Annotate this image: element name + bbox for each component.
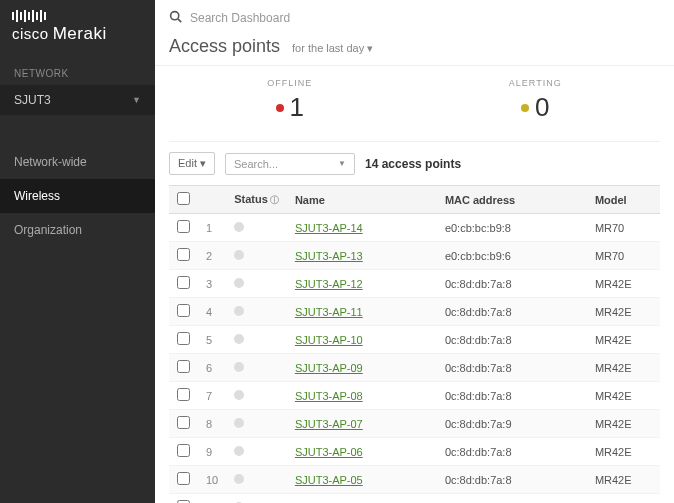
edit-button[interactable]: Edit ▾ <box>169 152 215 175</box>
status-dot-icon <box>234 222 244 232</box>
col-status[interactable]: Status <box>234 193 268 205</box>
ap-model: MR42E <box>587 382 660 410</box>
ap-count-label: 14 access points <box>365 157 461 171</box>
row-number: 5 <box>198 326 226 354</box>
offline-dot-icon <box>276 104 284 112</box>
sidebar: ciscoMeraki NETWORK SJUT3 ▼ Network-wide… <box>0 0 155 503</box>
summary-alerting-value: 0 <box>535 92 549 123</box>
ap-name-link[interactable]: SJUT3-AP-12 <box>295 278 363 290</box>
table-row: 10SJUT3-AP-050c:8d:db:7a:8MR42E <box>169 466 660 494</box>
ap-mac: 0c:8d:db:7a:8 <box>437 270 587 298</box>
table-row: 11SJUT3-AP-040c:8d:db:7a:8MR42E <box>169 494 660 504</box>
ap-mac: e0:cb:bc:b9:6 <box>437 242 587 270</box>
table-row: 7SJUT3-AP-080c:8d:db:7a:8MR42E <box>169 382 660 410</box>
table-row: 6SJUT3-AP-090c:8d:db:7a:8MR42E <box>169 354 660 382</box>
brand-cisco: cisco <box>12 25 49 42</box>
select-all-checkbox[interactable] <box>177 192 190 205</box>
brand-meraki: Meraki <box>53 24 107 43</box>
cisco-bars-icon <box>12 12 143 22</box>
row-checkbox[interactable] <box>177 276 190 289</box>
ap-model: MR42E <box>587 270 660 298</box>
ap-name-link[interactable]: SJUT3-AP-13 <box>295 250 363 262</box>
ap-mac: 0c:8d:db:7a:8 <box>437 494 587 504</box>
status-dot-icon <box>234 278 244 288</box>
row-checkbox[interactable] <box>177 248 190 261</box>
status-dot-icon <box>234 474 244 484</box>
table-row: 2SJUT3-AP-13e0:cb:bc:b9:6MR70 <box>169 242 660 270</box>
ap-name-link[interactable]: SJUT3-AP-11 <box>295 306 363 318</box>
ap-mac: e0:cb:bc:b9:8 <box>437 214 587 242</box>
row-number: 4 <box>198 298 226 326</box>
status-dot-icon <box>234 446 244 456</box>
col-model[interactable]: Model <box>587 186 660 214</box>
table-row: 4SJUT3-AP-110c:8d:db:7a:8MR42E <box>169 298 660 326</box>
summary-alerting-label: ALERTING <box>509 78 562 88</box>
row-checkbox[interactable] <box>177 332 190 345</box>
row-checkbox[interactable] <box>177 360 190 373</box>
ap-model: MR42E <box>587 354 660 382</box>
ap-mac: 0c:8d:db:7a:8 <box>437 298 587 326</box>
chevron-down-icon: ▼ <box>132 95 141 105</box>
ap-name-link[interactable]: SJUT3-AP-14 <box>295 222 363 234</box>
page-header: Access points for the last day ▾ <box>155 36 674 66</box>
info-icon: ⓘ <box>270 195 279 205</box>
status-dot-icon <box>234 334 244 344</box>
ap-name-link[interactable]: SJUT3-AP-05 <box>295 474 363 486</box>
ap-model: MR42E <box>587 494 660 504</box>
access-points-table: Statusⓘ Name MAC address Model 1SJUT3-AP… <box>169 185 660 503</box>
table-row: 5SJUT3-AP-100c:8d:db:7a:8MR42E <box>169 326 660 354</box>
ap-name-link[interactable]: SJUT3-AP-10 <box>295 334 363 346</box>
row-number: 9 <box>198 438 226 466</box>
time-range-selector[interactable]: for the last day ▾ <box>292 42 373 55</box>
chevron-down-icon: ▼ <box>338 159 346 168</box>
network-name: SJUT3 <box>14 93 51 107</box>
ap-model: MR42E <box>587 298 660 326</box>
ap-model: MR42E <box>587 326 660 354</box>
row-checkbox[interactable] <box>177 416 190 429</box>
ap-name-link[interactable]: SJUT3-AP-06 <box>295 446 363 458</box>
ap-mac: 0c:8d:db:7a:8 <box>437 382 587 410</box>
table-row: 9SJUT3-AP-060c:8d:db:7a:8MR42E <box>169 438 660 466</box>
nav-network-wide[interactable]: Network-wide <box>0 145 155 179</box>
col-mac[interactable]: MAC address <box>437 186 587 214</box>
summary-offline[interactable]: OFFLINE 1 <box>267 78 312 123</box>
ap-model: MR42E <box>587 410 660 438</box>
nav-wireless[interactable]: Wireless <box>0 179 155 213</box>
ap-mac: 0c:8d:db:7a:9 <box>437 410 587 438</box>
nav-organization[interactable]: Organization <box>0 213 155 247</box>
row-number: 10 <box>198 466 226 494</box>
row-number: 11 <box>198 494 226 504</box>
col-name[interactable]: Name <box>287 186 437 214</box>
main-content: Search Dashboard Access points for the l… <box>155 0 674 503</box>
row-number: 3 <box>198 270 226 298</box>
row-number: 1 <box>198 214 226 242</box>
network-selector[interactable]: SJUT3 ▼ <box>0 85 155 115</box>
table-row: 1SJUT3-AP-14e0:cb:bc:b9:8MR70 <box>169 214 660 242</box>
ap-model: MR70 <box>587 242 660 270</box>
table-search-input[interactable]: Search... ▼ <box>225 153 355 175</box>
svg-point-0 <box>171 12 179 20</box>
ap-model: MR42E <box>587 466 660 494</box>
table-search-placeholder: Search... <box>234 158 278 170</box>
ap-mac: 0c:8d:db:7a:8 <box>437 438 587 466</box>
row-checkbox[interactable] <box>177 388 190 401</box>
ap-name-link[interactable]: SJUT3-AP-09 <box>295 362 363 374</box>
row-checkbox[interactable] <box>177 220 190 233</box>
row-checkbox[interactable] <box>177 304 190 317</box>
status-dot-icon <box>234 362 244 372</box>
global-search[interactable]: Search Dashboard <box>155 0 674 36</box>
ap-name-link[interactable]: SJUT3-AP-07 <box>295 418 363 430</box>
summary-row: OFFLINE 1 ALERTING 0 <box>169 66 660 142</box>
table-toolbar: Edit ▾ Search... ▼ 14 access points <box>155 142 674 185</box>
row-checkbox[interactable] <box>177 444 190 457</box>
search-placeholder: Search Dashboard <box>190 11 290 25</box>
status-dot-icon <box>234 250 244 260</box>
ap-model: MR70 <box>587 214 660 242</box>
sidebar-section-label: NETWORK <box>0 58 155 85</box>
row-number: 2 <box>198 242 226 270</box>
alerting-dot-icon <box>521 104 529 112</box>
table-row: 8SJUT3-AP-070c:8d:db:7a:9MR42E <box>169 410 660 438</box>
ap-name-link[interactable]: SJUT3-AP-08 <box>295 390 363 402</box>
summary-alerting[interactable]: ALERTING 0 <box>509 78 562 123</box>
row-checkbox[interactable] <box>177 472 190 485</box>
